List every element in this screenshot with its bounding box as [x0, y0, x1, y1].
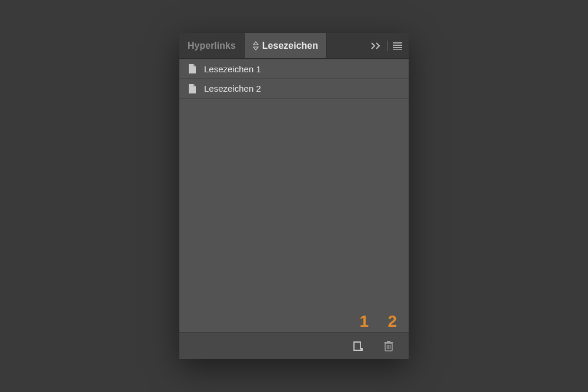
divider [387, 41, 387, 51]
tab-bar-controls [365, 33, 409, 58]
list-item-label: Lesezeichen 1 [204, 64, 261, 74]
panel-tab-bar: Hyperlinks Lesezeichen [179, 33, 409, 59]
tab-bookmarks[interactable]: Lesezeichen [245, 33, 327, 58]
collapse-panel-icon[interactable] [370, 42, 382, 50]
bookmarks-panel: Hyperlinks Lesezeichen [179, 33, 409, 359]
bookmark-list: Lesezeichen 1 Lesezeichen 2 [179, 59, 409, 332]
tab-hyperlinks-label: Hyperlinks [188, 41, 236, 51]
tab-bar-spacer [327, 33, 365, 58]
svg-rect-9 [387, 341, 390, 342]
page-icon [188, 83, 197, 94]
tab-bookmarks-label: Lesezeichen [262, 41, 318, 51]
list-item[interactable]: Lesezeichen 1 [179, 59, 409, 79]
tab-hyperlinks[interactable]: Hyperlinks [179, 33, 245, 58]
list-item[interactable]: Lesezeichen 2 [179, 79, 409, 99]
list-item-label: Lesezeichen 2 [204, 83, 261, 93]
panel-menu-icon[interactable] [392, 42, 403, 50]
svg-rect-8 [385, 342, 393, 343]
new-bookmark-button[interactable] [351, 339, 365, 353]
panel-footer [179, 332, 409, 359]
delete-bookmark-button[interactable] [382, 339, 396, 353]
sort-updown-icon [253, 41, 259, 51]
page-icon [188, 63, 197, 74]
